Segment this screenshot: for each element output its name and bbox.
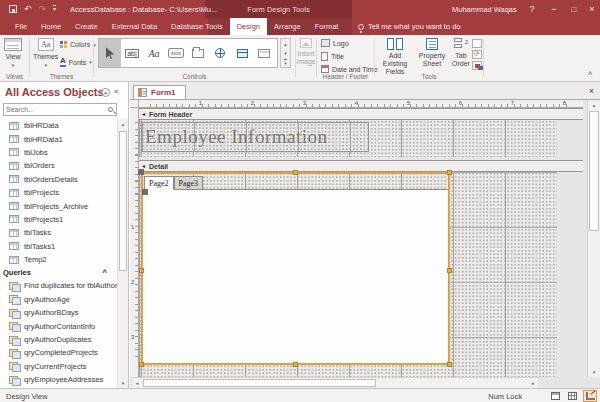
gallery-scroll-up-icon[interactable]: ▴ [284, 41, 287, 47]
move-handle[interactable] [138, 169, 144, 175]
scroll-up-icon[interactable]: ▴ [588, 100, 600, 110]
gallery-scrollbar[interactable]: ▴ ▾ ▾ [280, 38, 291, 68]
view-code-icon[interactable] [472, 50, 482, 59]
nav-table-item[interactable]: tblJobs [0, 146, 117, 159]
scroll-down-icon[interactable]: ▾ [588, 367, 600, 377]
ribbon-tab[interactable]: Arrange [267, 18, 308, 35]
resize-handle-bottom-left[interactable] [139, 362, 144, 367]
nav-table-item[interactable]: tblOrdersDetails [0, 173, 117, 186]
nav-query-item[interactable]: qryAuthorDuplicates [0, 333, 117, 346]
detail-section-bar[interactable]: ◄ Detail [139, 160, 583, 172]
shutter-bar-close-icon[interactable]: « [114, 87, 118, 96]
queries-section-header[interactable]: Queries ^ [0, 266, 117, 279]
nav-table-item[interactable]: tblTasks [0, 226, 117, 239]
resize-handle-bottom-right[interactable] [447, 362, 452, 367]
close-button[interactable]: × [584, 0, 600, 18]
nav-query-item[interactable]: qryAuthorContantInfo [0, 319, 117, 332]
form-header-section-bar[interactable]: ◄ Form Header [139, 108, 583, 120]
scroll-up-icon[interactable]: ▴ [118, 119, 128, 129]
page-body[interactable] [143, 189, 448, 363]
nav-query-item[interactable]: qryAuthorBDays [0, 306, 117, 319]
user-name[interactable]: Muhammad Waqas [452, 5, 517, 14]
search-input[interactable] [6, 105, 102, 114]
label-control[interactable]: Aa [143, 39, 165, 67]
vertical-scrollbar[interactable]: ▴ ▾ [587, 100, 600, 377]
ribbon-tab[interactable]: Database Tools [164, 18, 230, 35]
customize-qat-icon[interactable]: ▾ [53, 5, 56, 13]
colors-button[interactable]: Colors ▾ [60, 41, 96, 48]
property-sheet-button[interactable]: Property Sheet [416, 38, 448, 68]
nav-query-item[interactable]: qryEmployeeAddresses [0, 373, 117, 386]
nav-table-item[interactable]: tblOrders [0, 159, 117, 172]
resize-handle-right[interactable] [447, 268, 452, 273]
page-tab[interactable]: Page3 [174, 176, 204, 190]
collapse-group-icon[interactable]: ^ [103, 268, 107, 277]
logo-button[interactable]: Logo [321, 39, 349, 47]
resize-handle-left[interactable] [139, 268, 144, 273]
nav-pane-title[interactable]: All Access Objects [5, 86, 104, 98]
help-button[interactable]: ? [524, 0, 540, 18]
datasheet-view-button[interactable] [565, 390, 579, 402]
form-view-button[interactable] [548, 390, 562, 402]
ribbon-tab[interactable]: File [8, 18, 34, 35]
close-document-icon[interactable]: × [589, 87, 594, 96]
save-icon[interactable] [9, 5, 17, 13]
search-icon[interactable] [108, 107, 113, 112]
gallery-more-icon[interactable]: ▾ [284, 59, 287, 66]
nav-table-item[interactable]: tblHRData [0, 119, 117, 132]
scroll-right-icon[interactable]: ▸ [528, 378, 538, 388]
nav-query-item[interactable]: qryCompletedProjects [0, 346, 117, 359]
nav-table-item[interactable]: Temp2 [0, 253, 117, 266]
subform-new-window-icon[interactable] [472, 39, 482, 48]
tab-control-selected[interactable]: Page2Page3 [141, 172, 450, 365]
vertical-ruler[interactable]: 123 [130, 108, 139, 377]
nav-scrollbar-thumb[interactable] [119, 131, 127, 271]
horizontal-scrollbar-thumb[interactable] [143, 379, 376, 387]
nav-scrollbar[interactable]: ▴ ▾ [117, 119, 128, 388]
ribbon-tab[interactable]: Create [68, 18, 105, 35]
resize-handle-top-right[interactable] [447, 170, 452, 175]
navigation-control[interactable] [253, 39, 275, 67]
tab-control[interactable] [187, 39, 209, 67]
hyperlink-control[interactable] [209, 39, 231, 67]
convert-macros-icon[interactable] [472, 61, 482, 70]
detail-grid[interactable]: Page2Page3 [139, 172, 557, 377]
nav-table-item[interactable]: tblHRData1 [0, 132, 117, 145]
collapse-ribbon-icon[interactable]: ^ [588, 71, 592, 78]
nav-query-item[interactable]: qryAuthorAge [0, 293, 117, 306]
page-tab[interactable]: Page2 [144, 176, 174, 190]
resize-handle-bottom[interactable] [293, 362, 298, 367]
nav-table-item[interactable]: tblTasks1 [0, 240, 117, 253]
undo-icon[interactable]: ↶ [24, 5, 32, 14]
date-time-button[interactable]: Date and Time [321, 65, 378, 73]
fonts-button[interactable]: A Fonts ▾ [60, 57, 92, 67]
page-move-handle[interactable] [142, 189, 148, 195]
themes-button[interactable]: Aa Themes ▾ [33, 38, 58, 69]
tab-order-button[interactable]: Tab Order [449, 38, 473, 68]
button-control[interactable]: xxxx [165, 39, 187, 67]
nav-table-item[interactable]: tblProjects [0, 186, 117, 199]
scroll-left-icon[interactable]: ◂ [132, 378, 142, 388]
web-browser-control[interactable] [231, 39, 253, 67]
design-view-button[interactable] [583, 390, 597, 402]
text-box-control[interactable]: ab| [121, 39, 143, 67]
nav-menu-chevron-icon[interactable]: ▾ [101, 88, 110, 97]
resize-handle-top[interactable] [293, 170, 298, 175]
nav-table-item[interactable]: tblProjects1 [0, 213, 117, 226]
ribbon-tab[interactable]: Format [308, 18, 346, 35]
gallery-scroll-down-icon[interactable]: ▾ [284, 50, 287, 56]
horizontal-ruler[interactable]: 12345678 [139, 100, 583, 108]
title-button[interactable]: Title [321, 52, 344, 61]
ribbon-tab[interactable]: Home [34, 18, 68, 35]
ribbon-tab[interactable]: Design [230, 18, 267, 35]
form-title-label[interactable]: Employee Information [141, 122, 369, 152]
vertical-scrollbar-thumb[interactable] [589, 111, 599, 231]
add-existing-fields-button[interactable]: Add Existing Fields [376, 38, 414, 76]
ribbon-tab[interactable]: External Data [105, 18, 164, 35]
scroll-down-icon[interactable]: ▾ [118, 378, 128, 388]
nav-table-item[interactable]: tblProjects_Archive [0, 199, 117, 212]
horizontal-scrollbar[interactable]: ◂ ▸ [132, 377, 538, 388]
form-header-grid[interactable]: Employee Information [139, 120, 557, 157]
minimize-button[interactable]: − [546, 0, 562, 18]
nav-query-item[interactable]: qryCurrentProjects [0, 360, 117, 373]
